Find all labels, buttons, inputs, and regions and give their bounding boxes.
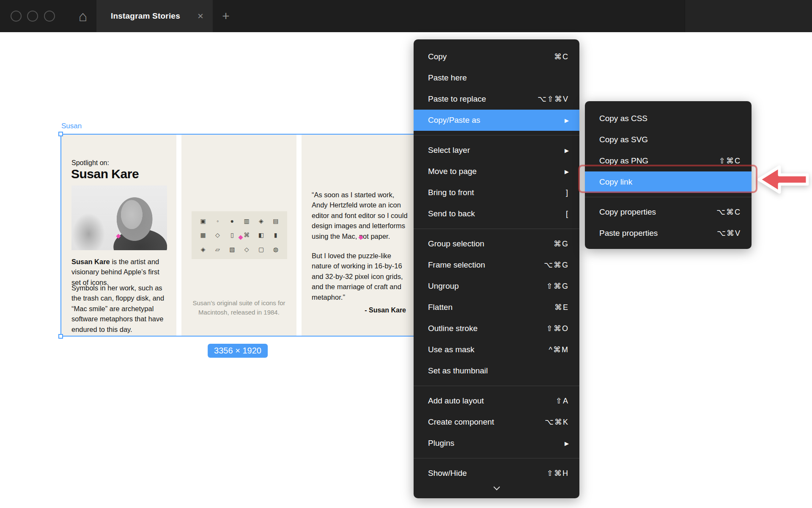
submenu-arrow-icon: ▶ bbox=[565, 147, 569, 154]
submenu-arrow-icon: ▶ bbox=[565, 117, 569, 124]
command-key-icon: ⌘ bbox=[244, 232, 250, 238]
menu-item-shortcut: ⇧⌘C bbox=[719, 156, 741, 166]
menu-item-label: Frame selection bbox=[428, 260, 485, 270]
menu-item-label: Paste properties bbox=[599, 229, 658, 238]
menu-item-label: Set as thumbnail bbox=[428, 366, 488, 375]
menu-item-outline-stroke[interactable]: Outline stroke⇧⌘O bbox=[414, 318, 579, 339]
menu-separator bbox=[414, 135, 579, 135]
diamond-stamp-icon: ◇ bbox=[244, 246, 249, 252]
menu-item-copy-paste-as[interactable]: Copy/Paste as▶ bbox=[414, 110, 579, 131]
menu-item-add-auto-layout[interactable]: Add auto layout⇧A bbox=[414, 390, 579, 411]
menu-item-shortcut: ⇧⌘H bbox=[547, 469, 569, 478]
tab-instagram-stories[interactable]: Instagram Stories × bbox=[96, 0, 213, 32]
frame-name-label[interactable]: Susan bbox=[61, 122, 82, 130]
menu-item-label: Copy properties bbox=[599, 207, 656, 217]
menu-item-shortcut: ⌥⇧⌘V bbox=[538, 94, 569, 104]
pattern-leaf-icon: ◍ bbox=[273, 246, 278, 252]
menu-item-send-to-back[interactable]: Send to back[ bbox=[414, 203, 579, 224]
menu-item-shortcut: ⇧A bbox=[556, 396, 569, 406]
top-bar-right-section bbox=[685, 0, 812, 32]
window-minimize-button[interactable] bbox=[27, 11, 38, 22]
submenu-arrow-icon: ▶ bbox=[565, 168, 569, 175]
menu-item-copy-as-png[interactable]: Copy as PNG⇧⌘C bbox=[585, 150, 752, 171]
menu-item-label: Copy bbox=[428, 52, 447, 61]
menu-item-label: Copy link bbox=[599, 177, 632, 187]
menu-item-shortcut: ⌘G bbox=[554, 239, 569, 248]
document-icon: ▦ bbox=[200, 232, 206, 238]
copies-icon: ▧ bbox=[229, 246, 235, 252]
eraser-icon: ◇ bbox=[215, 232, 220, 238]
selection-handle-top-left[interactable] bbox=[58, 132, 63, 136]
bomb-icon: ● bbox=[230, 218, 234, 224]
menu-item-paste-to-replace[interactable]: Paste to replace⌥⇧⌘V bbox=[414, 88, 579, 110]
selected-frame-susan[interactable]: Spotlight on: Susan Kare Susan Kare is t… bbox=[60, 134, 415, 337]
menu-item-shortcut: ⌘E bbox=[554, 303, 569, 312]
new-tab-button[interactable]: + bbox=[217, 0, 235, 32]
menu-item-show-hide[interactable]: Show/Hide⇧⌘H bbox=[414, 463, 579, 484]
dimension-badge: 3356 × 1920 bbox=[208, 344, 268, 358]
menu-item-paste-properties[interactable]: Paste properties⌥⌘V bbox=[585, 223, 752, 244]
tab-title: Instagram Stories bbox=[111, 11, 180, 21]
home-icon: ⌂ bbox=[79, 8, 88, 25]
mac-classic-icon: ▣ bbox=[200, 218, 206, 224]
menu-item-label: Outline stroke bbox=[428, 324, 477, 333]
menu-item-copy-properties[interactable]: Copy properties⌥⌘C bbox=[585, 202, 752, 223]
menu-separator bbox=[414, 229, 579, 229]
window-close-button[interactable] bbox=[11, 11, 22, 22]
menu-item-move-to-page[interactable]: Move to page▶ bbox=[414, 161, 579, 182]
menu-item-frame-selection[interactable]: Frame selection⌥⌘G bbox=[414, 254, 579, 276]
menu-item-paste-here[interactable]: Paste here bbox=[414, 67, 579, 88]
menu-item-shortcut: ⌥⌘G bbox=[544, 260, 569, 270]
menu-item-copy[interactable]: Copy⌘C bbox=[414, 46, 579, 67]
menu-item-use-as-mask[interactable]: Use as mask^⌘M bbox=[414, 339, 579, 360]
icons-caption-line1: Susan’s original suite of icons for bbox=[181, 299, 296, 307]
menu-item-label: Copy as PNG bbox=[599, 156, 648, 166]
toolbox-icon: ▥ bbox=[244, 218, 250, 224]
copy-paste-as-submenu: Copy as CSSCopy as SVGCopy as PNG⇧⌘CCopy… bbox=[585, 101, 752, 249]
menu-item-set-as-thumbnail[interactable]: Set as thumbnail bbox=[414, 360, 579, 381]
menu-item-ungroup[interactable]: Ungroup⇧⌘G bbox=[414, 276, 579, 297]
figma-window: ⌂ Instagram Stories × + Susan Spotlight … bbox=[0, 0, 812, 508]
chevron-down-icon bbox=[493, 484, 500, 491]
quote-attribution: - Susan Kare bbox=[365, 306, 406, 314]
menu-item-create-component[interactable]: Create component⌥⌘K bbox=[414, 411, 579, 433]
folded-page-icon: ▱ bbox=[215, 246, 220, 252]
context-menu: Copy⌘CPaste herePaste to replace⌥⇧⌘VCopy… bbox=[414, 39, 579, 498]
menu-item-shortcut: ⌥⌘C bbox=[716, 207, 741, 217]
menu-item-label: Paste here bbox=[428, 73, 467, 83]
menu-item-label: Move to page bbox=[428, 167, 477, 176]
menu-item-flatten[interactable]: Flatten⌘E bbox=[414, 297, 579, 318]
menu-item-copy-link[interactable]: Copy link bbox=[585, 171, 752, 193]
trash-can-icon: ▯ bbox=[230, 232, 234, 238]
menu-item-bring-to-front[interactable]: Bring to front] bbox=[414, 182, 579, 203]
menu-item-label: Flatten bbox=[428, 303, 453, 312]
menu-item-label: Ungroup bbox=[428, 282, 459, 291]
window-zoom-button[interactable] bbox=[44, 11, 55, 22]
menu-item-plugins[interactable]: Plugins▶ bbox=[414, 433, 579, 454]
floppy-disk-icon: ▤ bbox=[273, 218, 278, 224]
menu-scroll-down[interactable] bbox=[414, 484, 579, 495]
menu-separator bbox=[414, 458, 579, 458]
home-button[interactable]: ⌂ bbox=[73, 0, 93, 32]
monitor-icon: ◧ bbox=[258, 232, 264, 238]
symbols-paragraph: Symbols in her work, such as the trash c… bbox=[71, 283, 168, 334]
menu-item-shortcut: ⌘C bbox=[554, 52, 569, 61]
quote-paragraph-1: “As soon as I started work, Andy Hertzfe… bbox=[312, 190, 411, 241]
menu-item-copy-as-svg[interactable]: Copy as SVG bbox=[585, 129, 752, 150]
menu-item-shortcut: [ bbox=[566, 210, 569, 218]
menu-item-shortcut: ⇧⌘G bbox=[546, 282, 569, 291]
bio-bold-lead: Susan Kare bbox=[71, 258, 110, 265]
submenu-arrow-icon: ▶ bbox=[565, 440, 569, 447]
quote-paragraph-2: But I loved the puzzle-like nature of wo… bbox=[312, 251, 411, 302]
selection-handle-bottom-left[interactable] bbox=[58, 334, 63, 339]
menu-item-group-selection[interactable]: Group selection⌘G bbox=[414, 233, 579, 254]
menu-item-label: Send to back bbox=[428, 209, 475, 218]
stamp-icon: ◈ bbox=[259, 218, 263, 224]
watch-icon: ◦ bbox=[217, 218, 219, 224]
menu-item-shortcut: ⇧⌘O bbox=[546, 324, 569, 333]
menu-item-select-layer[interactable]: Select layer▶ bbox=[414, 140, 579, 161]
menu-item-label: Select layer bbox=[428, 146, 470, 155]
menu-item-copy-as-css[interactable]: Copy as CSS bbox=[585, 108, 752, 129]
tab-close-icon[interactable]: × bbox=[196, 10, 205, 22]
quote-text: “As soon as I started work, Andy Hertzfe… bbox=[312, 190, 411, 302]
